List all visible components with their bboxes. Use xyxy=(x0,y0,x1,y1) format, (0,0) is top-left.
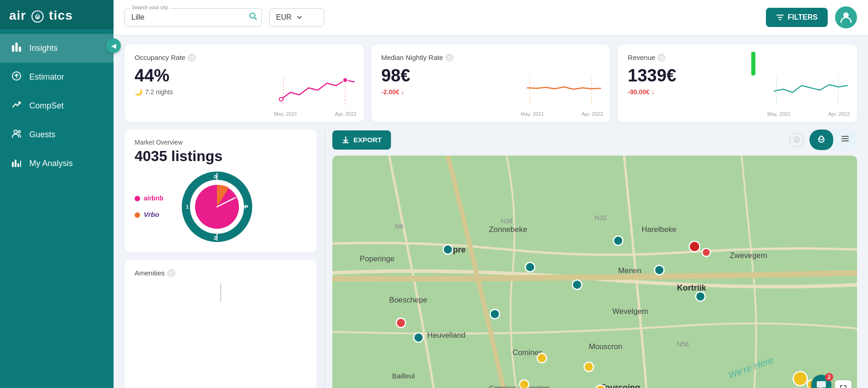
search-label: Search your city xyxy=(130,5,170,10)
sidebar-collapse-button[interactable]: ◀ xyxy=(106,38,121,53)
market-overview-card: Market Overview 4035 listings airbnb xyxy=(125,129,317,253)
svg-text:Zwevegem: Zwevegem xyxy=(730,251,767,260)
occupancy-card: Occupancy Rate ⓘ 44% 🌙 7.2 nights xyxy=(125,44,364,122)
svg-text:0: 0 xyxy=(214,174,217,179)
filters-button[interactable]: FILTERS xyxy=(766,8,828,27)
svg-text:P: P xyxy=(244,204,248,210)
sidebar-item-compset[interactable]: CompSet xyxy=(0,92,114,120)
nightly-rate-title: Median Nightly Rate ⓘ xyxy=(381,54,601,61)
svg-text:2: 2 xyxy=(214,235,217,241)
vrbo-dot xyxy=(135,212,140,218)
sidebar-item-label-myanalysis: My Analysis xyxy=(29,159,73,168)
logo-text: air tics xyxy=(9,8,73,23)
svg-point-59 xyxy=(490,309,500,319)
svg-text:N58: N58 xyxy=(677,340,689,348)
nightly-rate-info-icon[interactable]: ⓘ xyxy=(446,54,453,61)
svg-text:Boeschepe: Boeschepe xyxy=(389,296,427,304)
nightly-rate-chart xyxy=(521,72,603,108)
avatar[interactable] xyxy=(835,6,857,28)
main-content: Search your city EUR FILTERS Occupancy xyxy=(114,0,868,388)
svg-text:Bailleul: Bailleul xyxy=(392,372,415,380)
guests-icon xyxy=(11,129,22,141)
map-svg: Poperinge Zonnebeke Ypre Boeschepe Heuve… xyxy=(332,156,857,388)
right-column: EXPORT ⓘ xyxy=(332,129,857,388)
svg-point-68 xyxy=(520,380,529,388)
svg-point-61 xyxy=(696,292,705,302)
svg-rect-2 xyxy=(16,43,18,52)
svg-text:Harelbeke: Harelbeke xyxy=(642,225,677,234)
stats-row: Occupancy Rate ⓘ 44% 🌙 7.2 nights xyxy=(125,44,857,122)
revenue-indicator xyxy=(751,52,755,75)
svg-text:Vrbo: Vrbo xyxy=(144,210,159,218)
amenities-chart-placeholder xyxy=(220,283,221,302)
vrbo-label: Vrbo xyxy=(144,209,167,221)
svg-point-56 xyxy=(443,245,453,254)
sidebar-item-label-compset: CompSet xyxy=(29,101,64,111)
revenue-chart xyxy=(767,72,850,108)
revenue-info-icon[interactable]: ⓘ xyxy=(658,54,665,61)
legend-vrbo: Vrbo xyxy=(135,209,171,221)
currency-selector[interactable]: EUR xyxy=(269,8,324,27)
logo-area: air tics xyxy=(0,0,114,29)
sidebar-item-estimator[interactable]: Estimator xyxy=(0,63,114,92)
svg-point-57 xyxy=(526,262,535,272)
map-info-icon[interactable]: ⓘ xyxy=(789,133,804,147)
sidebar: air tics ◀ Insights Estimator xyxy=(0,0,114,388)
sidebar-nav: Insights Estimator CompSet Guests My Ana… xyxy=(0,29,114,178)
revenue-dates: May, 2021 Apr, 2022 xyxy=(767,111,850,117)
svg-point-65 xyxy=(689,241,700,252)
filters-label: FILTERS xyxy=(788,13,818,22)
insights-icon xyxy=(11,42,22,54)
estimator-icon xyxy=(11,71,22,83)
svg-point-5 xyxy=(14,130,17,134)
amenities-card: Amenities ⓘ xyxy=(125,260,317,388)
occupancy-chart xyxy=(274,72,357,108)
svg-text:airbnb: airbnb xyxy=(144,194,163,202)
svg-text:Menen: Menen xyxy=(618,266,641,275)
search-button[interactable] xyxy=(249,12,257,23)
revenue-title: Revenue ⓘ xyxy=(628,54,847,61)
svg-point-6 xyxy=(18,131,21,133)
nightly-rate-dates: May, 2021 Apr, 2022 xyxy=(521,111,603,117)
occupancy-info-icon[interactable]: ⓘ xyxy=(188,54,195,61)
svg-rect-10 xyxy=(20,161,21,167)
market-content: airbnb Vrbo xyxy=(135,170,307,243)
svg-point-16 xyxy=(343,78,347,82)
svg-point-15 xyxy=(279,97,283,101)
search-input[interactable] xyxy=(125,8,262,27)
section-divider xyxy=(324,129,325,388)
sidebar-item-label-guests: Guests xyxy=(29,130,55,140)
svg-point-64 xyxy=(396,318,406,328)
svg-rect-3 xyxy=(19,47,21,52)
map-view-button[interactable] xyxy=(809,129,833,150)
market-listings-count: 4035 listings xyxy=(135,148,307,165)
sidebar-item-insights[interactable]: Insights xyxy=(0,34,114,63)
map-expand-button[interactable] xyxy=(835,380,852,388)
sidebar-item-myanalysis[interactable]: My Analysis xyxy=(0,149,114,178)
left-column: Market Overview 4035 listings airbnb xyxy=(125,129,317,388)
sidebar-item-label-estimator: Estimator xyxy=(29,72,64,82)
svg-point-62 xyxy=(414,333,423,342)
amenities-info-icon[interactable]: ⓘ xyxy=(168,269,175,277)
market-overview-title: Market Overview xyxy=(135,139,307,146)
svg-text:1: 1 xyxy=(186,204,189,210)
svg-text:N8: N8 xyxy=(395,223,403,230)
myanalysis-icon xyxy=(11,157,22,170)
compset-icon xyxy=(11,100,22,112)
export-button[interactable]: EXPORT xyxy=(332,130,391,150)
sidebar-item-label-insights: Insights xyxy=(29,43,58,53)
sidebar-item-guests[interactable]: Guests xyxy=(0,120,114,149)
currency-value: EUR xyxy=(276,13,292,22)
list-view-button[interactable] xyxy=(833,129,857,150)
svg-text:Heuvelland: Heuvelland xyxy=(427,331,465,340)
svg-text:N38: N38 xyxy=(501,217,513,225)
occupancy-dates: May, 2021 Apr, 2022 xyxy=(274,111,357,117)
occupancy-title: Occupancy Rate ⓘ xyxy=(135,54,354,61)
airbnb-label: airbnb xyxy=(144,193,171,205)
search-box: Search your city xyxy=(125,8,262,27)
svg-rect-7 xyxy=(12,162,14,167)
airbnb-dot xyxy=(135,196,140,201)
svg-point-71 xyxy=(793,372,808,386)
amenities-title: Amenities ⓘ xyxy=(135,269,307,277)
svg-text:Kortrijk: Kortrijk xyxy=(677,283,706,292)
